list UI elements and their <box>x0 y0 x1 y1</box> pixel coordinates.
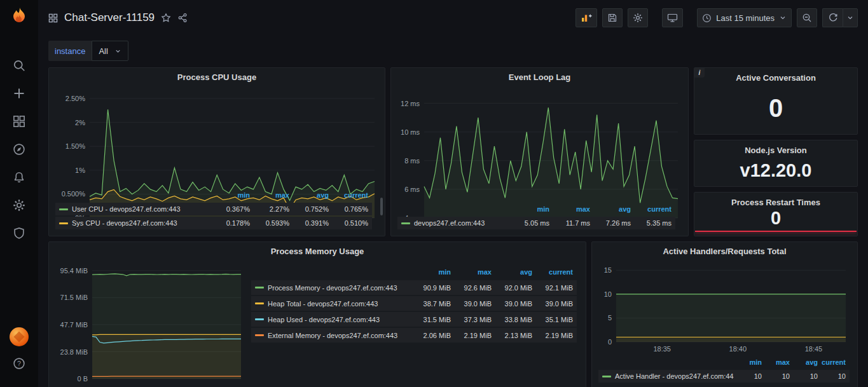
panel-process-memory-usage: Process Memory Usage 0 B23.8 MiB47.7 MiB… <box>48 241 586 387</box>
legend-row[interactable]: Heap Used - devops247.ef.com:44331.5 MiB… <box>251 312 577 327</box>
add-panel-button[interactable] <box>575 8 597 27</box>
legend-value: 10 <box>818 372 846 380</box>
panel-title[interactable]: Process CPU Usage <box>49 68 385 84</box>
grafana-logo[interactable] <box>9 6 29 27</box>
legend-header[interactable]: max <box>762 358 790 366</box>
sidebar: ? <box>0 0 38 387</box>
chevron-down-icon <box>114 48 121 55</box>
svg-text:1%: 1% <box>75 166 85 174</box>
svg-text:23.8 MiB: 23.8 MiB <box>60 348 88 356</box>
svg-text:2%: 2% <box>75 119 85 126</box>
sidebar-bottom: ? <box>10 327 29 387</box>
legend-header[interactable]: max <box>451 268 492 276</box>
dashboard: instance All Process CPU Usage 0%0.500%1… <box>38 36 868 387</box>
legend-row[interactable]: External Memory - devops247.ef.com:4432.… <box>251 328 577 343</box>
panel-title[interactable]: Event Loop Lag <box>391 68 688 84</box>
series-color-icon <box>255 334 264 336</box>
legend-header[interactable]: current <box>818 358 846 366</box>
panel-title[interactable]: Process Memory Usage <box>49 242 586 258</box>
cpu-chart[interactable]: 0%0.500%1%1.50%2%2.50%18:3218:3418:3618:… <box>53 85 381 189</box>
legend-header[interactable]: min <box>509 205 549 213</box>
legend-header[interactable]: avg <box>790 358 818 366</box>
series-name[interactable]: Heap Total - devops247.ef.com:443 <box>268 300 378 308</box>
legend-row[interactable]: User CPU - devops247.ef.com:4430.367%2.2… <box>55 203 372 215</box>
save-dashboard-button[interactable] <box>602 8 623 27</box>
dashboard-title[interactable]: Chat-Server-11159 <box>64 11 155 24</box>
time-range-picker[interactable]: Last 15 minutes <box>697 8 792 27</box>
refresh-button[interactable] <box>822 8 843 27</box>
legend-row[interactable]: Heap Total - devops247.ef.com:44338.7 Mi… <box>251 296 577 311</box>
share-icon[interactable] <box>177 13 188 23</box>
series-name[interactable]: User CPU - devops247.ef.com:443 <box>72 205 181 213</box>
handlers-legend: minmaxavgcurrentActive Handler - devops2… <box>598 356 850 384</box>
sidebar-item-alerting[interactable] <box>12 170 26 184</box>
memory-chart[interactable]: 0 B23.8 MiB47.7 MiB71.5 MiB95.4 MiB <box>53 259 247 387</box>
legend-value: 2.19 MiB <box>451 332 492 339</box>
panel-title[interactable]: Process Restart Times <box>694 193 857 207</box>
svg-text:47.7 MiB: 47.7 MiB <box>60 321 88 329</box>
panel-process-cpu-usage: Process CPU Usage 0%0.500%1%1.50%2%2.50%… <box>48 67 385 236</box>
series-name[interactable]: Active Handler - devops247.ef.com:443 <box>615 372 734 380</box>
svg-text:2.50%: 2.50% <box>65 95 85 102</box>
legend-header[interactable]: current <box>532 268 573 276</box>
panel-active-conversation: i Active Conversation 0 <box>694 67 858 135</box>
handlers-chart[interactable]: 05101518:3518:4018:45 <box>597 259 852 355</box>
series-name[interactable]: devops247.ef.com:443 <box>414 219 485 227</box>
sidebar-item-server-admin[interactable] <box>12 226 26 240</box>
legend-row[interactable]: Sys CPU - devops247.ef.com:4430.178%0.59… <box>55 217 372 229</box>
panel-title[interactable]: Node.js Version <box>694 140 857 155</box>
legend-value: 11.7 ms <box>549 219 590 227</box>
legend-header[interactable]: max <box>549 205 590 213</box>
legend-header[interactable]: avg <box>590 205 631 213</box>
panel-title[interactable]: Active Handlers/Requests Total <box>592 242 857 258</box>
zoom-out-button[interactable] <box>797 8 817 27</box>
variable-value-dropdown[interactable]: All <box>92 41 128 61</box>
panel-title[interactable]: Active Conversation <box>694 68 857 83</box>
event-loop-chart[interactable]: 4 ms6 ms8 ms10 ms12 ms18:3218:3418:3618:… <box>395 85 684 203</box>
dashboard-settings-button[interactable] <box>628 8 648 27</box>
legend-header-row: minmaxavgcurrent <box>251 264 577 279</box>
series-name[interactable]: External Memory - devops247.ef.com:443 <box>268 332 397 339</box>
svg-text:95.4 MiB: 95.4 MiB <box>60 267 88 275</box>
sidebar-item-explore[interactable] <box>12 142 26 156</box>
apps-grid-icon <box>48 13 58 23</box>
legend-row[interactable]: devops247.ef.com:4435.05 ms11.7 ms7.26 m… <box>397 217 675 229</box>
legend-scrollbar[interactable] <box>380 198 383 215</box>
compass-icon <box>13 143 25 156</box>
series-name[interactable]: Sys CPU - devops247.ef.com:443 <box>72 219 177 227</box>
gear-icon <box>13 199 25 212</box>
cycle-view-button[interactable] <box>662 8 683 27</box>
series-color-icon <box>59 222 68 224</box>
legend-row[interactable]: Active Handler - devops247.ef.com:443101… <box>598 370 850 383</box>
sidebar-item-help[interactable]: ? <box>12 356 26 370</box>
legend-row[interactable]: Process Memory - devops247.ef.com:44390.… <box>251 280 577 295</box>
chevron-down-icon <box>779 14 787 22</box>
sidebar-item-create[interactable] <box>12 86 26 100</box>
sidebar-item-configuration[interactable] <box>12 198 26 212</box>
series-color-icon <box>255 287 264 289</box>
legend-header[interactable]: min <box>410 268 451 276</box>
legend-value: 5.35 ms <box>631 219 672 227</box>
variable-selected-value: All <box>99 46 107 56</box>
legend-header[interactable]: max <box>250 191 289 199</box>
legend-value: 92.1 MiB <box>532 284 573 292</box>
series-name[interactable]: Process Memory - devops247.ef.com:443 <box>268 284 397 292</box>
legend-header[interactable]: avg <box>289 191 329 199</box>
variable-label[interactable]: instance <box>48 41 92 61</box>
star-icon[interactable] <box>161 13 171 23</box>
sidebar-item-dashboards[interactable] <box>12 114 26 128</box>
user-avatar[interactable] <box>10 327 29 346</box>
legend-header[interactable]: current <box>631 205 672 213</box>
panel-info-icon[interactable]: i <box>694 68 705 78</box>
legend-value: 2.13 MiB <box>492 332 532 339</box>
template-variable-row: instance All <box>48 41 858 61</box>
legend-header[interactable]: avg <box>492 268 532 276</box>
legend-header[interactable]: min <box>734 358 762 366</box>
legend-value: 2.27% <box>250 205 289 213</box>
legend-header[interactable]: min <box>210 191 250 199</box>
sidebar-item-search[interactable] <box>12 58 26 72</box>
legend-header[interactable]: current <box>329 191 368 199</box>
svg-text:8 ms: 8 ms <box>404 157 420 165</box>
refresh-interval-dropdown[interactable] <box>843 8 858 27</box>
series-name[interactable]: Heap Used - devops247.ef.com:443 <box>268 316 380 323</box>
